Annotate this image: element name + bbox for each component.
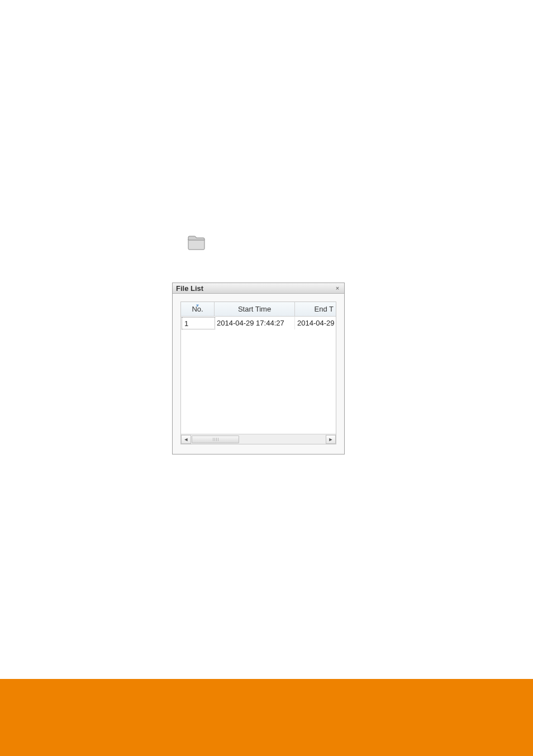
table-row[interactable]: 1 2014-04-29 17:44:27 2014-04-29 xyxy=(181,317,336,330)
column-header-end-label: End T xyxy=(315,305,334,313)
sort-arrow-icon: ▼ xyxy=(196,303,200,308)
footer-bar xyxy=(0,679,533,756)
file-list-body: ▼ No. Start Time End T 1 2014-04-29 17:4… xyxy=(173,294,344,452)
column-header-end-time[interactable]: End T xyxy=(295,302,336,316)
file-list-title: File List xyxy=(176,284,333,293)
column-header-start-time[interactable]: Start Time xyxy=(215,302,295,316)
chevron-left-icon: ◄ xyxy=(184,437,189,442)
chevron-right-icon: ► xyxy=(329,437,334,442)
column-header-start-label: Start Time xyxy=(238,305,271,313)
file-list-window: File List × ▼ No. Start Time End T xyxy=(172,283,345,454)
column-header-no[interactable]: ▼ No. xyxy=(181,302,215,316)
cell-no: 1 xyxy=(182,317,215,329)
cell-start-time: 2014-04-29 17:44:27 xyxy=(215,317,295,329)
file-list-titlebar: File List × xyxy=(173,283,344,294)
scroll-right-button[interactable]: ► xyxy=(326,435,336,444)
cell-end-time: 2014-04-29 xyxy=(295,317,336,329)
close-icon[interactable]: × xyxy=(333,284,342,293)
scroll-thumb[interactable] xyxy=(192,436,239,443)
scroll-track[interactable] xyxy=(191,435,326,444)
folder-icon xyxy=(187,235,206,250)
table-header-row: ▼ No. Start Time End T xyxy=(181,302,336,317)
file-list-inner: ▼ No. Start Time End T 1 2014-04-29 17:4… xyxy=(180,302,336,444)
table-data-area: 1 2014-04-29 17:44:27 2014-04-29 xyxy=(181,317,336,434)
scroll-left-button[interactable]: ◄ xyxy=(181,435,191,444)
horizontal-scrollbar[interactable]: ◄ ► xyxy=(181,434,336,444)
